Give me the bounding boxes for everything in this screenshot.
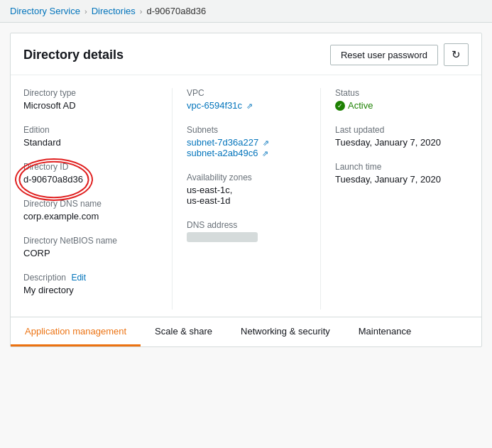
directory-id-label: Directory ID: [23, 162, 158, 172]
edition-item: Edition Standard: [23, 125, 158, 148]
availability-zones-value: us-east-1c, us-east-1d: [187, 185, 306, 206]
description-value: My directory: [23, 285, 158, 295]
vpc-item: VPC vpc-6594f31c ⇗: [187, 88, 306, 111]
vpc-value: vpc-6594f31c ⇗: [187, 100, 306, 111]
breadcrumb-sep-2: ›: [140, 7, 143, 16]
tab-networking-security[interactable]: Networking & security: [226, 317, 344, 346]
tab-application-management[interactable]: Application management: [11, 317, 141, 346]
tab-scale-share[interactable]: Scale & share: [141, 317, 226, 346]
details-col-3: Status ✓ Active Last updated Tuesday, Ja…: [320, 88, 469, 310]
breadcrumb-current: d-90670a8d36: [146, 6, 206, 16]
description-edit-link[interactable]: Edit: [71, 273, 86, 283]
dns-address-label: DNS address: [187, 220, 306, 230]
directory-netbios-item: Directory NetBIOS name CORP: [23, 236, 158, 258]
header-actions: Reset user password ↻: [330, 43, 469, 66]
tabs-container: Application management Scale & share Net…: [11, 317, 481, 346]
description-label: Description Edit: [23, 273, 158, 283]
launch-time-value: Tuesday, January 7, 2020: [335, 174, 454, 185]
directory-id-wrapper: d-90670a8d36: [23, 174, 83, 185]
status-item: Status ✓ Active: [335, 88, 454, 111]
directory-netbios-value: CORP: [23, 248, 158, 258]
subnet-2-external-icon: ⇗: [262, 149, 268, 158]
status-check-icon: ✓: [335, 101, 345, 111]
reset-user-password-button[interactable]: Reset user password: [330, 45, 438, 65]
edition-value: Standard: [23, 137, 158, 148]
details-col-2: VPC vpc-6594f31c ⇗ Subnets subnet-7d36a2…: [172, 88, 320, 310]
directory-id-item: Directory ID d-90670a8d36: [23, 162, 158, 185]
subnet-2: subnet-a2ab49c6 ⇗: [187, 148, 306, 158]
directory-id-value: d-90670a8d36: [23, 174, 83, 185]
breadcrumb-link-directories[interactable]: Directories: [92, 6, 136, 16]
subnet-1-link[interactable]: subnet-7d36a227: [187, 137, 258, 148]
breadcrumb-sep-1: ›: [84, 7, 87, 16]
description-item: Description Edit My directory: [23, 273, 158, 295]
breadcrumb: Directory Service › Directories › d-9067…: [0, 0, 492, 23]
vpc-external-icon: ⇗: [246, 102, 253, 110]
subnets-label: Subnets: [187, 125, 306, 135]
status-active-text: Active: [348, 100, 373, 111]
tab-maintenance[interactable]: Maintenance: [344, 317, 425, 346]
directory-dns-label: Directory DNS name: [23, 199, 158, 209]
subnet-2-link[interactable]: subnet-a2ab49c6: [187, 148, 258, 158]
last-updated-label: Last updated: [335, 125, 454, 135]
dns-address-item: DNS address: [187, 220, 306, 243]
vpc-link[interactable]: vpc-6594f31c: [187, 100, 242, 111]
directory-dns-item: Directory DNS name corp.example.com: [23, 199, 158, 222]
subnets-item: Subnets subnet-7d36a227 ⇗ subnet-a2ab49c…: [187, 125, 306, 158]
subnet-1-external-icon: ⇗: [263, 138, 269, 147]
page-title: Directory details: [23, 48, 124, 62]
details-grid: Directory type Microsoft AD Edition Stan…: [11, 75, 481, 317]
directory-dns-value: corp.example.com: [23, 211, 158, 222]
directory-type-value: Microsoft AD: [23, 100, 158, 111]
refresh-icon: ↻: [452, 48, 461, 61]
vpc-label: VPC: [187, 88, 306, 98]
card-header: Directory details Reset user password ↻: [11, 33, 481, 75]
subnet-1: subnet-7d36a227 ⇗: [187, 137, 306, 148]
refresh-button[interactable]: ↻: [444, 43, 469, 66]
directory-netbios-label: Directory NetBIOS name: [23, 236, 158, 246]
directory-details-card: Directory details Reset user password ↻ …: [10, 33, 482, 347]
last-updated-value: Tuesday, January 7, 2020: [335, 137, 454, 148]
details-col-1: Directory type Microsoft AD Edition Stan…: [23, 88, 172, 310]
availability-zones-item: Availability zones us-east-1c, us-east-1…: [187, 173, 306, 206]
subnets-values: subnet-7d36a227 ⇗ subnet-a2ab49c6 ⇗: [187, 137, 306, 158]
dns-address-value: [187, 232, 258, 242]
directory-type-item: Directory type Microsoft AD: [23, 88, 158, 111]
last-updated-item: Last updated Tuesday, January 7, 2020: [335, 125, 454, 148]
launch-time-label: Launch time: [335, 162, 454, 172]
status-value: ✓ Active: [335, 100, 454, 111]
edition-label: Edition: [23, 125, 158, 135]
availability-zones-label: Availability zones: [187, 173, 306, 182]
directory-type-label: Directory type: [23, 88, 158, 98]
launch-time-item: Launch time Tuesday, January 7, 2020: [335, 162, 454, 185]
status-label: Status: [335, 88, 454, 98]
breadcrumb-link-directory-service[interactable]: Directory Service: [10, 6, 80, 16]
